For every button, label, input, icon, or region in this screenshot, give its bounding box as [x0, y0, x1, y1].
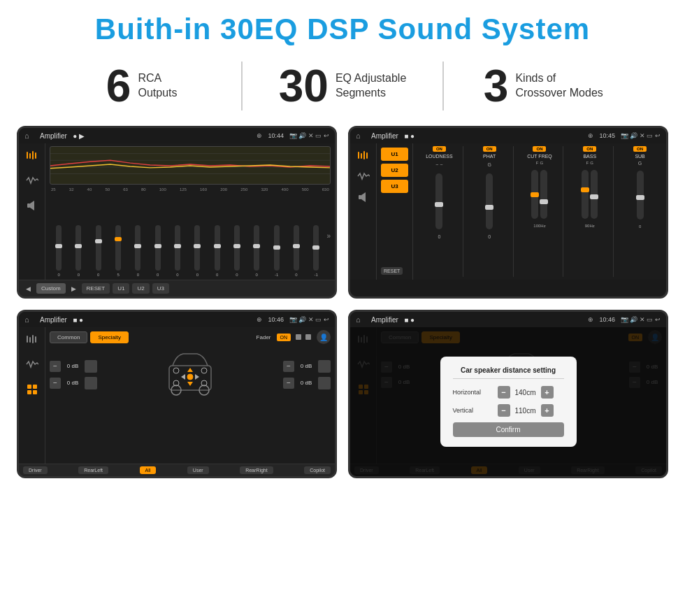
eq-slider-col: 0 [129, 225, 147, 277]
rearright-btn[interactable]: RearRight [240, 466, 273, 474]
status-bar-1: ⌂ Amplifier ● ▶ ⊕ 10:44 📷 🔊 ✕ ▭ ↩ [19, 128, 335, 143]
speaker-distance-dialog: Car speaker distance setting Horizontal … [440, 357, 577, 447]
fader-eq-icon[interactable] [24, 331, 40, 347]
eq-slider-col: -1 [307, 225, 325, 277]
amp-sidebar [350, 143, 377, 280]
eq-slider-track[interactable] [274, 225, 280, 271]
screen-eq-sliders: ⌂ Amplifier ● ▶ ⊕ 10:44 📷 🔊 ✕ ▭ ↩ [17, 126, 337, 299]
vol-minus-4[interactable]: − [283, 378, 294, 389]
eq-slider-track[interactable] [96, 225, 101, 271]
copilot-btn[interactable]: Copilot [304, 466, 331, 474]
home-icon-2[interactable]: ⌂ [356, 131, 366, 141]
eq-slider-track[interactable] [194, 225, 200, 271]
amp-body: U1 U2 U3 RESET ON LOUDNESS ~ ~ [350, 143, 666, 280]
sub-on[interactable]: ON [633, 146, 647, 152]
bass-slider-g[interactable] [591, 170, 598, 219]
eq-slider-track[interactable] [175, 225, 180, 271]
cutfreq-slider-g[interactable] [540, 170, 547, 219]
svg-rect-1 [29, 153, 31, 159]
eq-slider-col: 0 [89, 225, 108, 277]
u1-btn[interactable]: U1 [113, 283, 129, 294]
status-bar-3: ⌂ Amplifier ■ ● ⊕ 10:46 📷 🔊 ✕ ▭ ↩ [19, 312, 335, 327]
fader-wave-icon[interactable] [24, 357, 40, 372]
amp-wave-icon[interactable] [356, 169, 371, 184]
vertical-plus-btn[interactable]: + [541, 404, 554, 417]
eq-slider-track[interactable] [234, 225, 240, 271]
horizontal-minus-btn[interactable]: − [498, 386, 510, 399]
u3-btn[interactable]: U3 [152, 283, 169, 294]
amp-eq-icon[interactable] [356, 148, 371, 163]
svg-rect-23 [33, 390, 37, 394]
eq-slider-track[interactable] [313, 225, 319, 271]
reset-amp-btn[interactable]: RESET [381, 267, 403, 275]
u3-amp-btn[interactable]: U3 [381, 180, 408, 193]
custom-btn[interactable]: Custom [36, 283, 66, 294]
u1-amp-btn[interactable]: U1 [381, 148, 408, 161]
bass-col: ON BASS F G 90Hz [566, 146, 614, 277]
specialty-tab[interactable]: Specialty [90, 331, 128, 343]
eq-slider-track[interactable] [135, 225, 140, 271]
reset-btn[interactable]: RESET [82, 283, 110, 294]
vertical-value: 110cm [513, 407, 538, 415]
vol-minus-3[interactable]: − [283, 361, 294, 372]
sub-col: ON SUB G 0 [616, 146, 663, 277]
screen2-title: Amplifier ■ ● [371, 132, 585, 140]
svg-rect-19 [35, 336, 36, 343]
svg-rect-13 [366, 152, 368, 159]
bottom-labels-3: Driver RearLeft All User RearRight Copil… [19, 464, 335, 476]
amp-speaker-icon[interactable] [356, 189, 371, 205]
prev-icon[interactable]: ◀ [23, 284, 34, 294]
sub-label: SUB [635, 154, 644, 159]
home-icon-4[interactable]: ⌂ [356, 315, 366, 324]
home-icon-3[interactable]: ⌂ [24, 315, 34, 324]
loudness-on[interactable]: ON [433, 146, 446, 152]
cutfreq-slider-f[interactable] [531, 170, 538, 219]
stat-crossover-text: Kinds ofCrossover Modes [515, 71, 603, 101]
all-btn[interactable]: All [140, 466, 157, 474]
dialog-vertical-row: Vertical − 110cm + [453, 404, 564, 417]
user-btn[interactable]: User [187, 466, 209, 474]
driver-btn[interactable]: Driver [23, 466, 48, 474]
u2-btn[interactable]: U2 [132, 283, 149, 294]
cutfreq-on[interactable]: ON [533, 146, 546, 152]
u2-amp-btn[interactable]: U2 [381, 164, 408, 177]
bass-slider-f[interactable] [582, 170, 589, 219]
rearleft-btn[interactable]: RearLeft [78, 466, 108, 474]
screen1-title: Amplifier ● ▶ [40, 132, 254, 140]
next-icon[interactable]: ▶ [68, 284, 79, 294]
phat-label: PHAT [483, 154, 496, 159]
svg-marker-33 [187, 382, 193, 386]
bass-on[interactable]: ON [583, 146, 596, 152]
eq-body: 25 32 40 50 63 80 100 125 160 200 250 32… [19, 143, 335, 280]
fader-on-toggle[interactable]: ON [277, 334, 291, 341]
eq-slider-track[interactable] [75, 225, 81, 271]
sidebar-eq-icon[interactable] [24, 148, 40, 163]
status-icons-1: ⊕ [257, 132, 262, 139]
screen1-time: 10:44 [268, 132, 284, 139]
svg-rect-20 [27, 385, 31, 389]
eq-slider-track[interactable] [294, 225, 299, 271]
vol-minus-2[interactable]: − [50, 378, 61, 389]
sub-slider[interactable] [637, 171, 644, 220]
eq-slider-track[interactable] [115, 225, 121, 271]
vol-minus-1[interactable]: − [50, 361, 61, 372]
eq-slider-track[interactable] [254, 225, 259, 271]
common-tab[interactable]: Common [50, 331, 87, 343]
vol-val-3: 0 dB [296, 363, 316, 369]
confirm-button[interactable]: Confirm [453, 422, 564, 437]
vertical-minus-btn[interactable]: − [498, 404, 510, 417]
sidebar-speaker-icon[interactable] [24, 198, 40, 213]
eq-slider-track[interactable] [155, 225, 161, 271]
page-title: Buith-in 30EQ DSP Sound System [0, 0, 685, 53]
home-icon-1[interactable]: ⌂ [24, 131, 34, 141]
phat-on[interactable]: ON [483, 146, 496, 152]
fader-expand-icon[interactable] [24, 382, 40, 397]
vertical-stepper: − 110cm + [498, 404, 554, 417]
loudness-slider[interactable] [435, 173, 442, 229]
sidebar-wave-icon[interactable] [24, 173, 40, 188]
eq-slider-track[interactable] [215, 225, 220, 271]
svg-point-28 [201, 368, 207, 373]
horizontal-plus-btn[interactable]: + [541, 386, 554, 399]
phat-slider[interactable] [486, 173, 493, 229]
eq-slider-track[interactable] [56, 225, 62, 271]
